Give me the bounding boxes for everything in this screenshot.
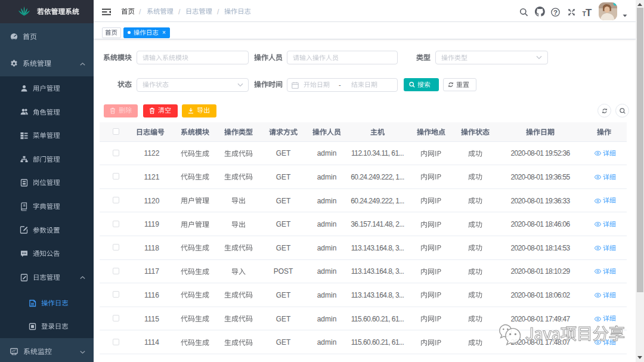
svg-text:T: T bbox=[586, 7, 592, 18]
svg-text:?: ? bbox=[553, 8, 558, 16]
